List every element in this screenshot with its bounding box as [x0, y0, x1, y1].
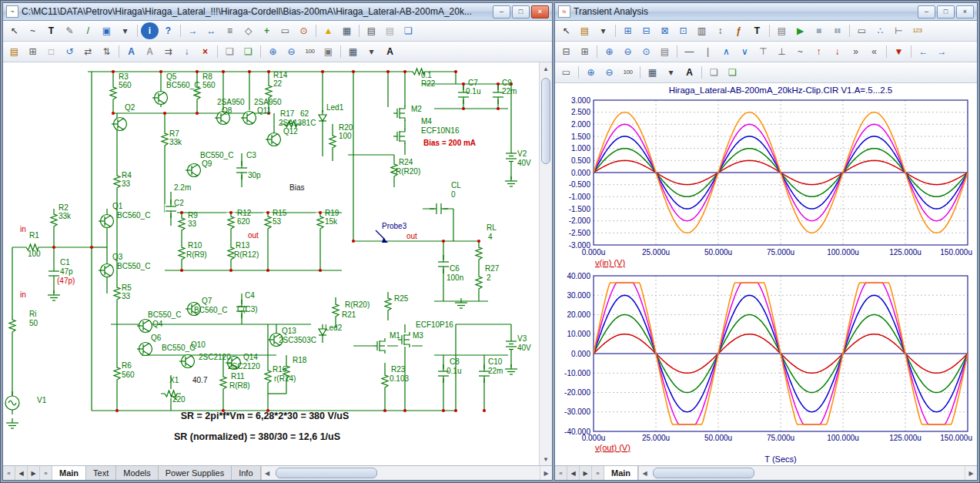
select-mode-icon[interactable]: ↖ [557, 22, 575, 39]
restore-button[interactable]: □ [512, 5, 530, 18]
ruler-icon[interactable]: ⊢ [890, 22, 908, 39]
rotate-icon[interactable]: ↺ [61, 43, 79, 60]
region-enable-mode-icon[interactable]: ▭ [276, 22, 294, 39]
scroll-left-arrow-icon[interactable]: ◀ [639, 466, 651, 480]
font-icon[interactable]: A [381, 43, 399, 60]
zoom-select-icon[interactable]: ⊙ [637, 43, 655, 60]
tile-vertical-icon[interactable]: ⊞ [576, 43, 594, 60]
scroll-thumb[interactable] [276, 468, 377, 478]
inflection-icon[interactable]: ~ [791, 43, 809, 60]
transient-window-titlebar[interactable]: ≈ Transient Analysis –□× [555, 3, 977, 21]
zoom-out-icon[interactable]: ⊖ [619, 43, 637, 60]
tile-horizontal-icon[interactable]: ⊟ [557, 43, 575, 60]
zoom-in-icon[interactable]: ⊕ [264, 43, 282, 60]
horizontal-cursor-icon[interactable]: — [681, 43, 698, 60]
stop-icon[interactable]: ■ [810, 22, 828, 39]
add-waveform-icon[interactable]: ⊟ [637, 22, 655, 39]
flowchart-icon[interactable]: ❏ [400, 22, 417, 39]
find-icon[interactable]: A [122, 43, 140, 60]
go-to-right-icon[interactable]: → [933, 43, 951, 60]
camera-icon[interactable]: ▣ [319, 43, 337, 60]
low-icon[interactable]: ⊥ [773, 43, 791, 60]
text-mode-icon[interactable]: T [748, 22, 766, 39]
scroll-thumb[interactable] [541, 78, 550, 164]
transient-plots[interactable]: Hiraga_Lateral-AB-200mA_20kHz-Clip.CIR V… [555, 83, 977, 465]
grid-dropdown-icon[interactable]: ▾ [662, 64, 680, 81]
mode-dropdown-icon[interactable]: ▾ [116, 22, 134, 39]
scope-window-icon[interactable]: ⊞ [619, 22, 637, 39]
copy-window-icon[interactable]: ❏ [724, 64, 741, 81]
tab-nav-1-icon[interactable]: ◀ [567, 466, 580, 480]
restore-button[interactable]: □ [937, 5, 955, 18]
scroll-thumb[interactable] [653, 468, 754, 478]
copy-icon[interactable]: ❏ [221, 43, 239, 60]
zoom-out-icon[interactable]: ⊖ [600, 64, 618, 81]
valley-icon[interactable]: ∨ [736, 43, 754, 60]
schematic-vertical-scrollbar[interactable]: ▲ ▼ [539, 62, 552, 465]
run-icon[interactable]: ▶ [791, 22, 809, 39]
scroll-left-arrow-icon[interactable]: ◀ [262, 466, 273, 480]
data-points-icon[interactable]: ∴ [871, 22, 889, 39]
go-to-left-icon[interactable]: ← [915, 43, 932, 60]
paste-icon[interactable]: ❏ [239, 43, 257, 60]
horizontal-scrollbar[interactable]: ◀▶ [261, 466, 552, 480]
go-to-icon[interactable]: ↓ [178, 43, 196, 60]
flip-horizontal-icon[interactable]: ⇄ [79, 43, 97, 60]
clipboard-dropdown-icon[interactable]: ▾ [594, 22, 612, 39]
global-high-icon[interactable]: ↑ [810, 43, 828, 60]
polygon-mode-icon[interactable]: ◇ [239, 22, 257, 39]
clipboard-menu-icon[interactable]: ▤ [576, 22, 594, 39]
split-panels-icon[interactable]: ▥ [693, 22, 711, 39]
zoom-out-icon[interactable]: ⊖ [283, 43, 300, 60]
wire-mode-icon[interactable]: / [79, 22, 97, 39]
next-branch-icon[interactable]: » [847, 43, 865, 60]
check-errors-icon[interactable]: ▲ [319, 22, 337, 39]
step-icon[interactable]: ⇉ [159, 43, 177, 60]
graphics-mode-icon[interactable]: ✎ [61, 22, 79, 39]
close-button[interactable]: × [956, 5, 974, 18]
grid-dropdown-icon[interactable]: ▾ [363, 43, 380, 60]
properties-icon[interactable]: ▤ [5, 43, 23, 60]
delete-waveform-icon[interactable]: ⊠ [656, 22, 674, 39]
tab-main[interactable]: Main [52, 466, 86, 480]
function-icon[interactable]: ƒ [730, 22, 748, 39]
limits-icon[interactable]: ▭ [853, 22, 871, 39]
zoom-percent-icon[interactable]: 100 [619, 64, 637, 81]
tab-nav-0-icon[interactable]: « [555, 466, 567, 480]
scroll-down-arrow-icon[interactable]: ▼ [540, 453, 552, 465]
grid-menu-icon[interactable]: ▦ [644, 64, 661, 81]
tab-models[interactable]: Models [116, 466, 158, 480]
vertical-cursor-icon[interactable]: | [699, 43, 717, 60]
grid-toggle-icon[interactable]: ▦ [338, 22, 356, 39]
cross-area-mode-icon[interactable]: + [258, 22, 276, 39]
tab-main[interactable]: Main [604, 466, 638, 480]
numeric-output-icon[interactable]: 123 [908, 22, 926, 39]
minimize-button[interactable]: – [493, 5, 510, 18]
tab-nav-2-icon[interactable]: ▶ [580, 466, 592, 480]
zoom-percent-icon[interactable]: 100 [301, 43, 319, 60]
tab-nav-3-icon[interactable]: » [592, 466, 604, 480]
swap-windows-icon[interactable]: ⊡ [674, 22, 692, 39]
region-zoom-icon[interactable]: ▭ [557, 64, 575, 81]
component-mode-icon[interactable]: ~ [24, 22, 42, 39]
select-box-icon[interactable]: □ [42, 43, 60, 60]
tab-nav-1-icon[interactable]: ◀ [15, 466, 28, 480]
waveform-color-icon[interactable]: ▼ [890, 43, 908, 60]
node-snap-mode-icon[interactable]: ⊙ [295, 22, 313, 39]
scroll-right-arrow-icon[interactable]: ▶ [965, 466, 977, 480]
properties-icon[interactable]: ▤ [773, 22, 791, 39]
new-page-icon[interactable]: ▤ [363, 22, 380, 39]
pause-icon[interactable]: ▮▮ [828, 22, 846, 39]
help-mode-icon[interactable]: ? [159, 22, 177, 39]
scroll-up-arrow-icon[interactable]: ▲ [540, 62, 552, 75]
remove-page-icon[interactable]: ▤ [381, 22, 399, 39]
point-to-point-paths-icon[interactable]: ↔ [202, 22, 220, 39]
component-menu-icon[interactable]: ▣ [98, 22, 115, 39]
close-button[interactable]: × [531, 5, 549, 18]
transient-plot-area[interactable]: Hiraga_Lateral-AB-200mA_20kHz-Clip.CIR V… [555, 83, 977, 465]
peak-icon[interactable]: ∧ [717, 43, 735, 60]
cursor-positioner-icon[interactable]: ↕ [711, 22, 729, 39]
tab-nav-2-icon[interactable]: ▶ [28, 466, 40, 480]
copy-graph-icon[interactable]: ❏ [705, 64, 723, 81]
horizontal-scrollbar[interactable]: ◀▶ [638, 466, 977, 480]
